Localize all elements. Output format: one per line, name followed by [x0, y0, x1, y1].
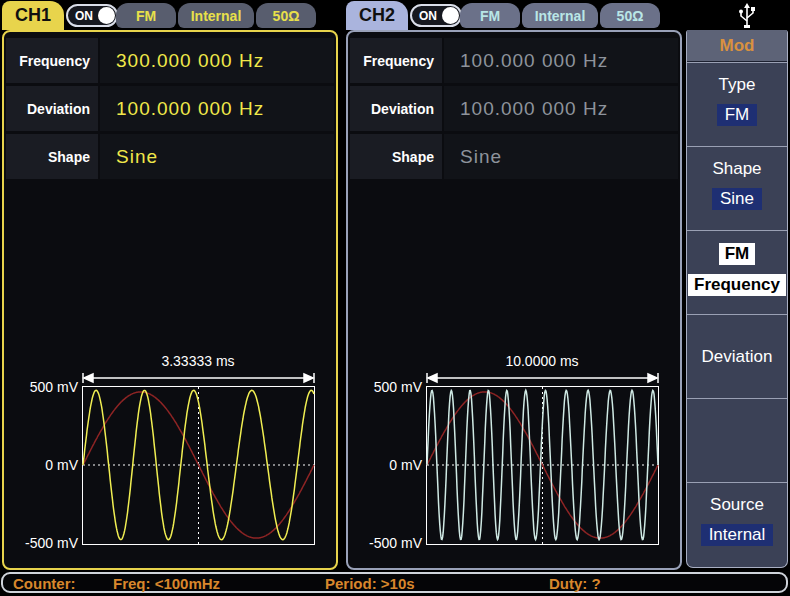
ch1-panel: Frequency 300.000 000 Hz Deviation 100.0…: [2, 30, 338, 570]
ch2-mod-source-tab[interactable]: Internal: [522, 3, 598, 28]
softkey-deviation[interactable]: Deviation: [687, 314, 787, 398]
param-label: Shape: [350, 134, 442, 179]
softkey-label: Shape: [712, 159, 761, 179]
toggle-knob: [98, 7, 115, 24]
counter-period: Period: >10s: [325, 575, 415, 592]
param-row: Deviation 100.000 000 Hz: [350, 86, 678, 131]
softkey-label: Deviation: [702, 347, 773, 367]
ch2-mode-tab[interactable]: FM: [460, 3, 520, 28]
param-row: Deviation 100.000 000 Hz: [6, 86, 334, 131]
ch2-waveform: 10.0000 ms 500 mV 0 mV -500 mV: [348, 350, 680, 566]
ch1-mode-tab[interactable]: FM: [116, 3, 176, 28]
param-label: Frequency: [6, 38, 98, 83]
param-row: Shape Sine: [350, 134, 678, 179]
softkey-value: Sine: [712, 188, 762, 210]
softkey-label: Type: [719, 75, 756, 95]
ch1-power-toggle[interactable]: ON: [66, 4, 118, 27]
ch2-deviation-value[interactable]: 100.000 000 Hz: [444, 86, 678, 131]
softkey-menu: Mod Type FM Shape Sine FM Frequency Devi…: [686, 30, 788, 568]
status-bar: Counter: Freq: <100mHz Period: >10s Duty…: [1, 572, 788, 593]
ch1-waveform: 3.33333 ms 500 mV 0 mV -500 mV: [4, 350, 336, 566]
softkey-label: FM: [719, 243, 756, 265]
counter-freq: Freq: <100mHz: [113, 575, 220, 592]
y-axis-label-bottom: -500 mV: [369, 535, 423, 551]
param-label: Frequency: [350, 38, 442, 83]
param-row: Frequency 300.000 000 Hz: [6, 38, 334, 83]
softkey-fm-frequency[interactable]: FM Frequency: [687, 230, 787, 314]
toggle-knob: [442, 7, 459, 24]
softkey-blank: [687, 398, 787, 482]
param-label: Shape: [6, 134, 98, 179]
menu-header-mod: Mod: [687, 30, 787, 62]
time-span-arrow: [83, 373, 314, 383]
ch1-param-table: Frequency 300.000 000 Hz Deviation 100.0…: [6, 38, 334, 182]
softkey-label: Source: [710, 495, 764, 515]
y-axis-label-top: 500 mV: [374, 379, 423, 395]
y-axis-label-mid: 0 mV: [389, 457, 422, 473]
ch1-impedance-tab[interactable]: 50Ω: [256, 3, 316, 28]
ch2-param-table: Frequency 100.000 000 Hz Deviation 100.0…: [350, 38, 678, 182]
ch2-shape-value[interactable]: Sine: [444, 134, 678, 179]
param-row: Frequency 100.000 000 Hz: [350, 38, 678, 83]
ch1-tab[interactable]: CH1: [2, 1, 64, 30]
ch1-span-label: 3.33333 ms: [161, 353, 234, 369]
counter-duty: Duty: ?: [549, 575, 601, 592]
softkey-value: Frequency: [688, 274, 786, 296]
softkey-type[interactable]: Type FM: [687, 62, 787, 146]
counter-label: Counter:: [13, 575, 76, 592]
param-row: Shape Sine: [6, 134, 334, 179]
ch1-frequency-value[interactable]: 300.000 000 Hz: [100, 38, 334, 83]
softkey-value: FM: [717, 104, 758, 126]
ch1-on-label: ON: [75, 9, 93, 23]
ch1-mod-source-tab[interactable]: Internal: [178, 3, 254, 28]
ch2-on-label: ON: [419, 9, 437, 23]
softkey-source[interactable]: Source Internal: [687, 482, 787, 566]
generator-screen: CH1 ON FM Internal 50Ω CH2 ON FM Interna…: [0, 0, 790, 596]
ch2-impedance-tab[interactable]: 50Ω: [600, 3, 660, 28]
param-label: Deviation: [6, 86, 98, 131]
usb-icon: [736, 2, 758, 29]
ch1-shape-value[interactable]: Sine: [100, 134, 334, 179]
y-axis-label-top: 500 mV: [30, 379, 79, 395]
y-axis-label-mid: 0 mV: [45, 457, 78, 473]
ch2-frequency-value[interactable]: 100.000 000 Hz: [444, 38, 678, 83]
ch2-span-label: 10.0000 ms: [505, 353, 578, 369]
y-axis-label-bottom: -500 mV: [25, 535, 79, 551]
ch1-deviation-value[interactable]: 100.000 000 Hz: [100, 86, 334, 131]
softkey-shape[interactable]: Shape Sine: [687, 146, 787, 230]
time-span-arrow: [427, 373, 658, 383]
param-label: Deviation: [350, 86, 442, 131]
softkey-value: Internal: [701, 524, 774, 546]
ch2-power-toggle[interactable]: ON: [410, 4, 462, 27]
ch2-panel: Frequency 100.000 000 Hz Deviation 100.0…: [346, 30, 682, 570]
ch2-tab[interactable]: CH2: [346, 1, 408, 30]
